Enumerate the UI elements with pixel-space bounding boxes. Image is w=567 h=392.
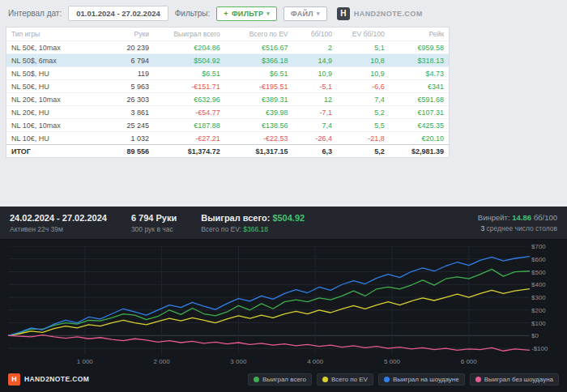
table-header-row: Тип игрыРукиВыиграл всегоВсего по EVбб/1… — [6, 28, 449, 41]
table-cell: ИТОГ — [6, 145, 101, 158]
table-cell: 10,9 — [337, 67, 390, 80]
legend-color-dot — [254, 377, 259, 382]
x-axis-tick-label: 2 000 — [154, 358, 170, 365]
table-cell: -€27.21 — [154, 132, 225, 145]
winrate-value: 14.86 — [512, 213, 531, 222]
table-cell: 2 — [293, 41, 337, 54]
table-row[interactable]: NL 50$, 6max6 794$504.92$366.1814,910,8$… — [6, 54, 449, 67]
table-row[interactable]: NL 10€, HU1 032-€27.21-€22.53-26,4-21,8€… — [6, 132, 449, 145]
column-header[interactable]: Руки — [101, 28, 154, 41]
ev-total-label: Всего по EV: — [201, 225, 241, 233]
table-cell: $1,374.72 — [154, 145, 225, 158]
table-cell: NL 50€, 10max — [6, 41, 101, 54]
table-cell: -€151.71 — [154, 80, 225, 93]
table-cell: -7,1 — [293, 106, 337, 119]
table-cell: $2,981.39 — [390, 145, 449, 158]
hand2note-logo-text: HAND2NOTE.COM — [354, 10, 423, 18]
table-cell: €632.96 — [154, 93, 225, 106]
table-cell: 5,5 — [337, 119, 390, 132]
table-cell: €138.56 — [225, 119, 293, 132]
legend-item[interactable]: Выиграл на шоудауне — [378, 373, 465, 386]
table-row[interactable]: NL 50$, HU119$6.51$6.5110,910,9$4.73 — [6, 67, 449, 80]
x-axis-tick-label: 3 000 — [230, 358, 246, 365]
y-axis-tick-label: $700 — [531, 243, 546, 250]
y-axis-tick-label: -$100 — [531, 345, 548, 352]
file-button-label: ФАЙЛ — [291, 10, 313, 18]
table-cell: $4.73 — [390, 67, 449, 80]
x-axis-tick-label: 1 000 — [77, 358, 93, 365]
legend-label: Выиграл всего — [262, 376, 306, 383]
table-cell: -€195.51 — [225, 80, 293, 93]
table-row[interactable]: NL 10€, 10max25 245€187.88€138.567,45,5€… — [6, 119, 449, 132]
table-cell: €204.86 — [154, 41, 225, 54]
column-header[interactable]: EV бб/100 — [337, 28, 390, 41]
y-axis-tick-label: $600 — [531, 255, 546, 262]
table-cell: €39.98 — [225, 106, 293, 119]
table-cell: -26,4 — [293, 132, 337, 145]
table-cell: $318.13 — [390, 54, 449, 67]
table-cell: €187.88 — [154, 119, 225, 132]
table-row[interactable]: NL 50€, HU5 963-€151.71-€195.51-5,1-6,6€… — [6, 80, 449, 93]
table-cell: €389.31 — [225, 93, 293, 106]
table-cell: -5,1 — [293, 80, 337, 93]
table-cell: €591.68 — [390, 93, 449, 106]
chevron-down-icon: ▾ — [317, 11, 320, 17]
legend-item[interactable]: Выиграл без шоудауна — [470, 373, 559, 386]
y-axis-tick-label: $400 — [531, 281, 546, 288]
table-cell: 1 032 — [101, 132, 154, 145]
legend-item[interactable]: Выиграл всего — [248, 373, 312, 386]
table-cell: NL 50$, 6max — [6, 54, 101, 67]
table-cell: 5,2 — [337, 145, 390, 158]
won-total-label: Выиграл всего: — [201, 213, 270, 223]
table-row[interactable]: NL 50€, 10max20 239€204.86€516.6725,1€95… — [6, 41, 449, 54]
date-range-value: 01.01.2024 - 27.02.2024 — [76, 9, 160, 18]
table-cell: -21,8 — [337, 132, 390, 145]
winrate-label: Винрейт: — [478, 213, 510, 222]
table-cell: €959.58 — [390, 41, 449, 54]
table-cell: $6.51 — [225, 67, 293, 80]
x-axis-labels: 1 0002 0003 0004 0005 0006 000 — [8, 358, 530, 367]
column-header[interactable]: бб/100 — [293, 28, 337, 41]
winnings-chart-plot[interactable] — [8, 246, 530, 355]
column-header[interactable]: Выиграл всего — [154, 28, 225, 41]
y-axis-tick-label: $100 — [531, 319, 546, 326]
table-cell: €425.35 — [390, 119, 449, 132]
table-cell: -€22.53 — [225, 132, 293, 145]
table-cell: -€54.77 — [154, 106, 225, 119]
table-row[interactable]: NL 20€, HU3 861-€54.77€39.98-7,15,2€107.… — [6, 106, 449, 119]
table-cell: NL 10€, HU — [6, 132, 101, 145]
table-total-row[interactable]: ИТОГ89 556$1,374.72$1,317.156,35,2$2,981… — [6, 145, 449, 158]
table-cell: 20 239 — [101, 41, 154, 54]
date-interval-label: Интервал дат: — [8, 9, 62, 18]
file-button[interactable]: ФАЙЛ ▾ — [284, 6, 327, 21]
table-cell: 14,9 — [293, 54, 337, 67]
column-header[interactable]: Рейк — [390, 28, 449, 41]
legend-label: Выиграл без шоудауна — [484, 376, 553, 383]
winrate-unit: бб/100 — [534, 213, 557, 222]
table-row[interactable]: NL 20€, 10max26 303€632.96€389.31127,4€5… — [6, 93, 449, 106]
stat-hands: 6 794 Руки 300 рук в час — [131, 213, 177, 233]
table-cell: €341 — [390, 80, 449, 93]
table-cell: 119 — [101, 67, 154, 80]
won-total-value: $504.92 — [272, 213, 305, 223]
table-cell: 26 303 — [101, 93, 154, 106]
table-cell: NL 50€, HU — [6, 80, 101, 93]
x-axis-tick-label: 4 000 — [307, 358, 323, 365]
legend-color-dot — [475, 377, 481, 382]
stat-winrate: Винрейт: 14.86 бб/100 3 среднее число ст… — [478, 213, 557, 232]
legend-item[interactable]: Всего по EV — [317, 373, 373, 386]
add-filter-button[interactable]: + ФИЛЬТР ▾ — [216, 6, 277, 21]
session-date-range: 24.02.2024 - 27.02.2024 — [10, 213, 107, 223]
date-range-picker[interactable]: 01.01.2024 - 27.02.2024 — [68, 6, 168, 21]
column-header[interactable]: Всего по EV — [225, 28, 293, 41]
table-cell: 10,8 — [337, 54, 390, 67]
avg-tables-value: 3 — [480, 224, 484, 232]
chart-legend: Выиграл всегоВсего по EVВыиграл на шоуда… — [248, 373, 559, 386]
filter-button-label: ФИЛЬТР — [232, 10, 263, 18]
table-cell: 5,1 — [337, 41, 390, 54]
results-table: Тип игрыРукиВыиграл всегоВсего по EVбб/1… — [6, 28, 449, 157]
table-cell: 3 861 — [101, 106, 154, 119]
legend-color-dot — [384, 377, 390, 382]
column-header[interactable]: Тип игры — [6, 28, 101, 41]
hand2note-logo-text: HAND2NOTE.COM — [24, 375, 89, 383]
